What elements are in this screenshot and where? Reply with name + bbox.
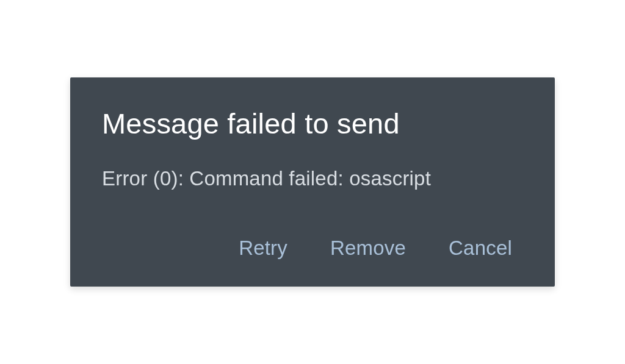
remove-button[interactable]: Remove [330,237,406,260]
dialog-button-row: Retry Remove Cancel [102,237,523,260]
dialog-error-message: Error (0): Command failed: osascript [102,167,523,190]
error-dialog: Message failed to send Error (0): Comman… [70,77,555,287]
cancel-button[interactable]: Cancel [449,237,512,260]
retry-button[interactable]: Retry [239,237,287,260]
dialog-title: Message failed to send [102,107,523,140]
